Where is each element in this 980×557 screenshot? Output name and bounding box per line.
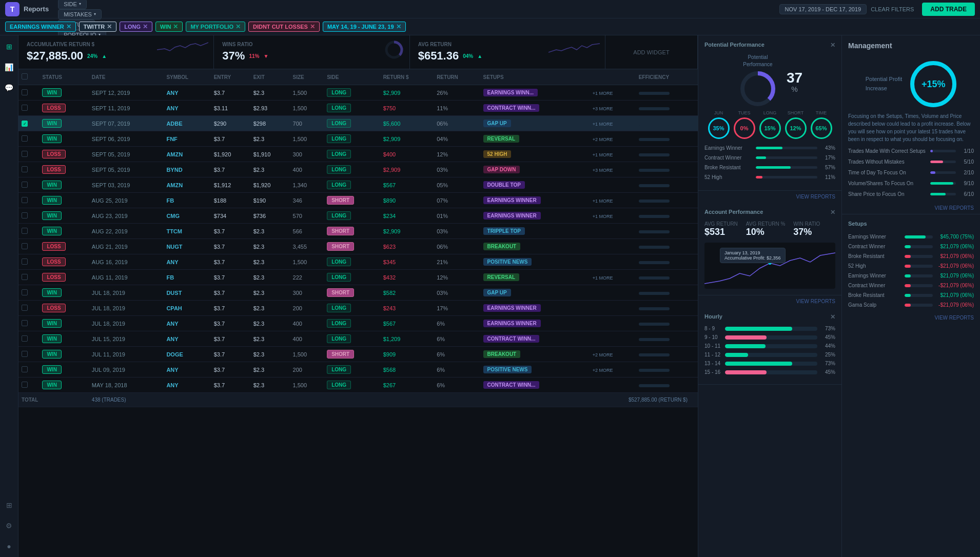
more-cell[interactable]: +3 MORE xyxy=(587,101,636,116)
row-checkbox[interactable] xyxy=(22,305,28,311)
more-cell[interactable] xyxy=(587,301,636,316)
setup-tag[interactable]: BREAKOUT xyxy=(483,350,521,358)
more-cell[interactable] xyxy=(587,177,636,193)
setup-tag[interactable]: GAP UP xyxy=(483,289,511,296)
more-cell[interactable] xyxy=(587,285,636,301)
filter-tag[interactable]: WIN✕ xyxy=(155,22,183,32)
hourly-close-icon[interactable]: ✕ xyxy=(830,313,835,321)
setup-tag[interactable]: POSITIVE NEWS xyxy=(483,366,532,373)
symbol-cell[interactable]: NUGT xyxy=(163,239,210,254)
symbol-cell[interactable]: DOGE xyxy=(163,347,210,362)
filter-tag[interactable]: MAY 14, 19 - JUNE 23, 19✕ xyxy=(323,22,406,32)
filter-tag[interactable]: DIDNT CUT LOSSES✕ xyxy=(248,22,320,32)
more-cell[interactable]: +1 MORE xyxy=(587,116,636,131)
setup-tag[interactable]: CONTRACT WINN... xyxy=(483,104,540,112)
more-cell[interactable] xyxy=(587,239,636,254)
symbol-cell[interactable]: ANY xyxy=(163,362,210,377)
row-checkbox[interactable] xyxy=(22,89,28,95)
add-widget-button[interactable]: ADD WIDGET xyxy=(605,35,698,69)
more-cell[interactable]: +2 MORE xyxy=(587,131,636,147)
row-checkbox[interactable] xyxy=(22,351,28,357)
filter-btn-side[interactable]: SIDE▾ xyxy=(58,0,87,9)
row-checkbox[interactable] xyxy=(22,320,28,326)
more-cell[interactable] xyxy=(587,377,636,393)
setup-tag[interactable]: EARNINGS WINNER xyxy=(483,304,541,312)
view-reports-account[interactable]: VIEW REPORTS xyxy=(698,295,841,307)
symbol-cell[interactable]: ANY xyxy=(163,254,210,270)
more-cell[interactable]: +1 MORE xyxy=(587,85,636,101)
symbol-cell[interactable]: ANY xyxy=(163,316,210,331)
symbol-cell[interactable]: BYND xyxy=(163,162,210,177)
more-cell[interactable]: +1 MORE xyxy=(587,147,636,162)
symbol-cell[interactable]: TTCM xyxy=(163,224,210,239)
filter-tag[interactable]: MY PORTFOLIO✕ xyxy=(186,22,245,32)
sidebar-icon-settings[interactable]: ⚙ xyxy=(3,520,15,532)
symbol-cell[interactable]: AMZN xyxy=(163,147,210,162)
setup-tag[interactable]: EARNINGS WINN... xyxy=(483,89,538,96)
symbol-cell[interactable]: CMG xyxy=(163,208,210,224)
row-checkbox[interactable] xyxy=(22,382,28,388)
sidebar-icon-grid[interactable]: ⊞ xyxy=(3,499,15,511)
symbol-cell[interactable]: AMZN xyxy=(163,177,210,193)
account-close-icon[interactable]: ✕ xyxy=(830,209,835,216)
more-cell[interactable] xyxy=(587,331,636,347)
row-checkbox[interactable] xyxy=(22,366,28,372)
more-cell[interactable] xyxy=(587,254,636,270)
symbol-cell[interactable]: ANY xyxy=(163,101,210,116)
view-reports-potential[interactable]: VIEW REPORTS xyxy=(698,191,841,203)
setup-tag[interactable]: POSITIVE NEWS xyxy=(483,258,532,266)
row-checkbox[interactable] xyxy=(22,166,28,172)
setup-tag[interactable]: BREAKOUT xyxy=(483,243,521,250)
row-checkbox[interactable] xyxy=(22,151,28,157)
more-cell[interactable]: +1 MORE xyxy=(587,193,636,208)
more-cell[interactable]: +2 MORE xyxy=(587,347,636,362)
symbol-cell[interactable]: FB xyxy=(163,270,210,285)
setup-tag[interactable]: 52 HIGH xyxy=(483,150,512,158)
row-checkbox[interactable] xyxy=(22,212,28,218)
setup-tag[interactable]: GAP UP xyxy=(483,120,511,127)
filter-tag[interactable]: LONG✕ xyxy=(120,22,152,32)
filter-btn-mistakes[interactable]: MISTAKES▾ xyxy=(58,9,102,19)
filter-tag[interactable]: TWITTR✕ xyxy=(79,22,117,32)
more-cell[interactable]: +1 MORE xyxy=(587,208,636,224)
row-checkbox[interactable] xyxy=(22,258,28,265)
symbol-cell[interactable]: DUST xyxy=(163,285,210,301)
row-checkbox[interactable] xyxy=(22,335,28,342)
select-all-checkbox[interactable] xyxy=(22,73,28,79)
setup-tag[interactable]: CONTRACT WINN... xyxy=(483,381,540,389)
row-checkbox[interactable] xyxy=(22,243,28,249)
setup-tag[interactable]: EARNINGS WINNER xyxy=(483,320,541,327)
setup-tag[interactable]: EARNINGS WINNER xyxy=(483,196,541,204)
sidebar-icon-message[interactable]: 💬 xyxy=(3,82,15,94)
sidebar-icon-chart[interactable]: 📊 xyxy=(3,61,15,73)
setup-tag[interactable]: REVERSAL xyxy=(483,135,519,143)
symbol-cell[interactable]: ANY xyxy=(163,331,210,347)
view-reports-mgmt[interactable]: VIEW REPORTS xyxy=(842,202,980,214)
symbol-cell[interactable]: FNF xyxy=(163,131,210,147)
row-checkbox[interactable] xyxy=(22,197,28,203)
row-checkbox[interactable]: ✓ xyxy=(22,121,28,127)
row-checkbox[interactable] xyxy=(22,228,28,234)
row-checkbox[interactable] xyxy=(22,182,28,188)
view-reports-setups[interactable]: VIEW REPORTS xyxy=(842,312,980,324)
setup-tag[interactable]: GAP DOWN xyxy=(483,166,520,173)
symbol-cell[interactable]: CPAH xyxy=(163,301,210,316)
setup-tag[interactable]: CONTRACT WINN... xyxy=(483,335,540,343)
add-trade-button[interactable]: ADD TRADE xyxy=(922,3,975,16)
date-range-button[interactable]: NOV 17, 2019 - DEC 17, 2019 xyxy=(779,4,867,14)
more-cell[interactable]: +3 MORE xyxy=(587,162,636,177)
more-cell[interactable]: +1 MORE xyxy=(587,270,636,285)
row-checkbox[interactable] xyxy=(22,105,28,111)
more-cell[interactable] xyxy=(587,316,636,331)
more-cell[interactable]: +2 MORE xyxy=(587,362,636,377)
symbol-cell[interactable]: FB xyxy=(163,193,210,208)
row-checkbox[interactable] xyxy=(22,274,28,280)
potential-close-icon[interactable]: ✕ xyxy=(830,42,835,49)
symbol-cell[interactable]: ADBE xyxy=(163,116,210,131)
row-checkbox[interactable] xyxy=(22,289,28,295)
more-cell[interactable] xyxy=(587,224,636,239)
clear-filters-button[interactable]: CLEAR FILTERS xyxy=(871,6,914,12)
setup-tag[interactable]: TRIPPLE TOP xyxy=(483,227,525,235)
symbol-cell[interactable]: ANY xyxy=(163,85,210,101)
sidebar-icon-home[interactable]: ⊞ xyxy=(3,41,15,53)
